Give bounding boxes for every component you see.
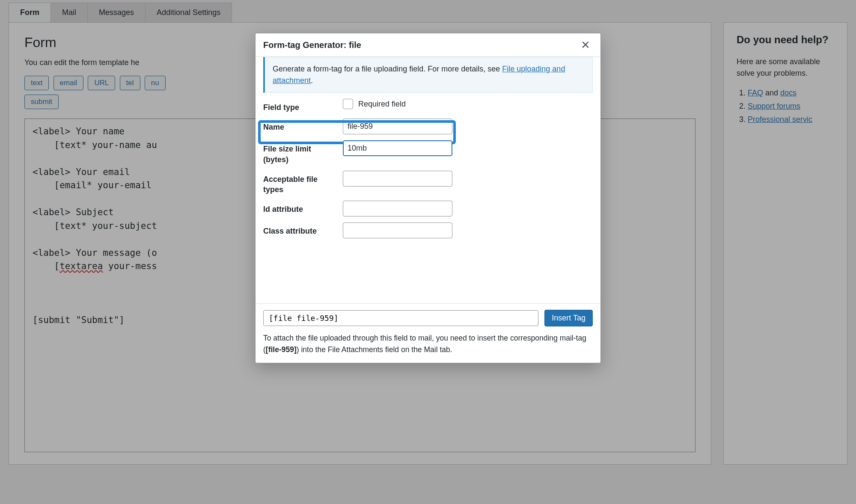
modal-footer-note: To attach the file uploaded through this…	[263, 332, 593, 355]
insert-tag-button[interactable]: Insert Tag	[544, 310, 593, 326]
close-icon[interactable]: ✕	[578, 38, 593, 52]
generated-tag-output[interactable]	[263, 310, 538, 326]
id-attr-label: Id attribute	[263, 201, 339, 214]
form-tag-generator-modal: Form-tag Generator: file ✕ Generate a fo…	[255, 33, 601, 363]
field-type-label: Field type	[263, 99, 339, 113]
modal-title: Form-tag Generator: file	[263, 40, 361, 50]
required-field-label: Required field	[358, 100, 406, 109]
class-attr-field[interactable]	[343, 222, 452, 238]
file-size-limit-field[interactable]	[343, 140, 452, 156]
name-label: Name	[263, 119, 339, 132]
required-field-checkbox[interactable]	[343, 99, 353, 109]
id-attr-field[interactable]	[343, 201, 452, 216]
name-field[interactable]	[343, 119, 452, 134]
modal-info-box: Generate a form-tag for a file uploading…	[263, 57, 593, 93]
class-attr-label: Class attribute	[263, 222, 339, 236]
acceptable-types-label: Acceptable file types	[263, 171, 339, 195]
mail-tag-code: [file-959]	[266, 345, 297, 354]
acceptable-types-field[interactable]	[343, 171, 452, 187]
file-size-limit-label: File size limit (bytes)	[263, 140, 339, 165]
